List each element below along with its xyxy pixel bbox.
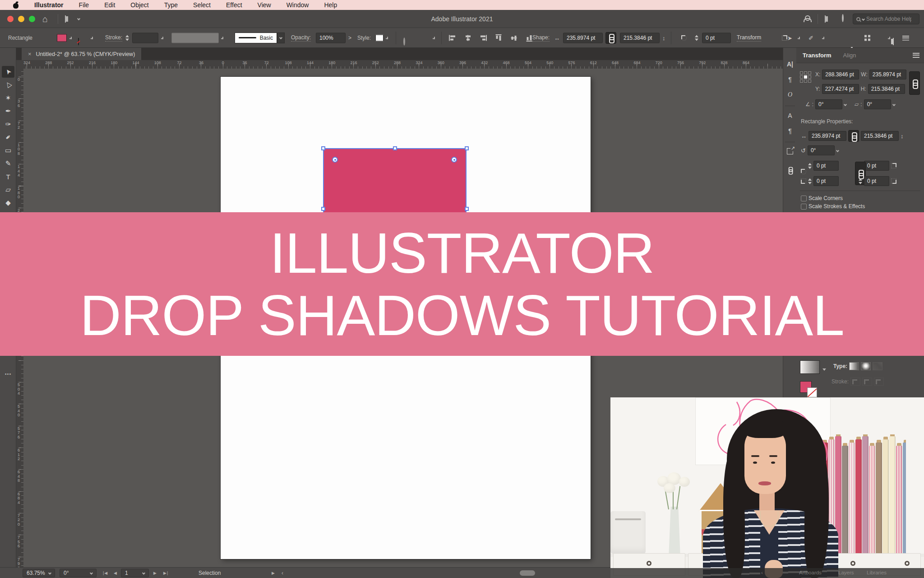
type-tool[interactable]: T: [2, 171, 14, 182]
pen-tool[interactable]: ✒: [2, 105, 14, 117]
selection-handle-middle-right[interactable]: [465, 207, 469, 211]
brush-definition-dropdown[interactable]: Basic: [235, 33, 277, 43]
rp-angle-dropdown[interactable]: 0°: [808, 145, 835, 155]
profile-chevron-icon[interactable]: [221, 37, 223, 39]
status-back-icon[interactable]: ‹: [282, 570, 284, 576]
help-search-box[interactable]: [853, 14, 919, 24]
y-field[interactable]: 227.4274 pt: [822, 84, 859, 94]
menu-item-view[interactable]: View: [258, 1, 271, 9]
character-styles-panel-icon[interactable]: A: [783, 112, 797, 119]
workspace-grid-icon[interactable]: [864, 35, 870, 41]
panel-tab-layers[interactable]: Layers: [838, 570, 854, 575]
rotate-angle-dropdown[interactable]: 0°: [815, 99, 842, 109]
opacity-label[interactable]: Opacity:: [291, 34, 311, 42]
stroke-weight-label[interactable]: Stroke:: [105, 34, 122, 42]
shear-tool[interactable]: ▱: [2, 184, 14, 196]
live-corner-widget-right[interactable]: [451, 157, 457, 163]
corner-radius-field[interactable]: 0 pt: [702, 33, 731, 43]
stepper[interactable]: [808, 163, 812, 169]
panel-menu-icon[interactable]: [913, 53, 919, 58]
paintbrush-tool[interactable]: ✎: [2, 158, 14, 169]
add-anchor-point-tool[interactable]: ✑: [2, 118, 14, 130]
align-right-icon[interactable]: [480, 35, 487, 41]
freeform-gradient-button[interactable]: [873, 362, 882, 370]
isolate-selection-icon[interactable]: [782, 35, 787, 41]
menu-item-help[interactable]: Help: [324, 1, 337, 9]
lightbulb-icon[interactable]: [842, 14, 844, 22]
selection-handle-top-center[interactable]: [393, 146, 397, 150]
rp-height-field[interactable]: 215.3846 pt: [861, 131, 899, 141]
transform-link[interactable]: Transform: [737, 34, 761, 42]
direct-selection-tool[interactable]: ▷: [2, 79, 14, 91]
close-tab-icon[interactable]: ×: [28, 51, 32, 57]
curvature-tool[interactable]: ✒: [2, 131, 14, 143]
constrain-proportions-link-button[interactable]: [605, 32, 616, 44]
gradient-preview-swatch[interactable]: [800, 360, 820, 374]
previous-artboard-button[interactable]: ◀: [114, 571, 117, 575]
rotation-dropdown[interactable]: 0°: [60, 569, 97, 577]
tab-transform[interactable]: Transform: [803, 52, 832, 59]
corner-tl-field[interactable]: 0 pt: [813, 161, 839, 171]
selection-handle-top-right[interactable]: [465, 146, 469, 150]
corner-br-field[interactable]: 0 pt: [864, 176, 889, 186]
stepper[interactable]: [808, 178, 812, 184]
menu-item-effect[interactable]: Effect: [226, 1, 242, 9]
stroke-color-swatch[interactable]: [78, 38, 79, 45]
chevron-down-icon[interactable]: [892, 103, 896, 106]
corner-bl-field[interactable]: 0 pt: [813, 176, 839, 186]
fill-color-swatch[interactable]: [57, 34, 67, 42]
magic-wand-tool[interactable]: ✶: [2, 92, 14, 104]
stepper[interactable]: [859, 178, 862, 184]
linear-gradient-button[interactable]: [849, 362, 859, 370]
rp-link-button[interactable]: [848, 130, 859, 142]
control-bar-menu-icon[interactable]: [902, 35, 909, 40]
eraser-tool[interactable]: ◆: [2, 197, 14, 209]
radial-gradient-button[interactable]: [861, 362, 871, 370]
artboard-navigation-dropdown[interactable]: 1: [121, 569, 149, 577]
scale-strokes-checkbox[interactable]: [801, 204, 807, 210]
chevron-down-icon[interactable]: [844, 103, 847, 106]
constrain-wh-link-button[interactable]: [909, 71, 920, 95]
document-tab[interactable]: × Untitled-2* @ 63.75 % (CMYK/Preview): [22, 48, 141, 60]
style-chevron-icon[interactable]: [386, 37, 388, 39]
stroke-chevron-icon[interactable]: [91, 37, 93, 39]
chevron-down-icon[interactable]: [836, 149, 839, 152]
opacity-field[interactable]: 100%: [316, 33, 346, 43]
paragraph-panel-icon[interactable]: ¶: [783, 76, 797, 83]
w-field[interactable]: 235.8974 pt: [869, 70, 906, 79]
menu-item-edit[interactable]: Edit: [104, 1, 115, 9]
style-swatch[interactable]: [375, 34, 383, 41]
align-v-center-icon[interactable]: [511, 34, 517, 42]
stroke-proxy-swatch[interactable]: [807, 387, 817, 397]
reference-point-locator[interactable]: [800, 71, 811, 83]
document-setup-globe-icon[interactable]: [403, 37, 405, 46]
dock-chevron-icon[interactable]: [888, 37, 890, 39]
character-panel-icon[interactable]: A|: [783, 61, 797, 68]
opentype-panel-icon[interactable]: O: [783, 91, 797, 98]
variable-width-profile-dropdown[interactable]: [171, 33, 219, 43]
gradient-caret-icon[interactable]: [822, 368, 826, 373]
horizontal-ruler[interactable]: 3242882522161801441087236036721081441802…: [23, 60, 783, 69]
corner-radius-stepper[interactable]: [695, 35, 698, 41]
select-similar-chevron-icon[interactable]: [798, 37, 800, 39]
menu-item-select[interactable]: Select: [193, 1, 211, 9]
selection-tool[interactable]: ➤: [2, 66, 14, 78]
align-top-icon[interactable]: [496, 34, 502, 42]
shape-mode-icon[interactable]: ✐: [808, 34, 813, 41]
panel-tab-libraries[interactable]: Libraries: [867, 570, 887, 575]
shape-width-field[interactable]: 235.8974 pt: [563, 33, 603, 43]
more-tools-button[interactable]: •••: [0, 371, 16, 377]
selection-handle-middle-left[interactable]: [321, 207, 325, 211]
adobe-help-search-input[interactable]: [866, 16, 911, 22]
status-play-icon[interactable]: ▶: [272, 571, 275, 575]
panel-tab-artboards[interactable]: Artboards: [799, 570, 822, 575]
stroke-weight-chevron-icon[interactable]: [161, 37, 163, 39]
rectangle-tool[interactable]: ▭: [2, 144, 14, 156]
last-artboard-button[interactable]: ▶|: [163, 571, 168, 575]
apple-logo-icon[interactable]: [13, 1, 19, 9]
live-corner-widget-left[interactable]: [332, 157, 338, 163]
menu-item-window[interactable]: Window: [286, 1, 309, 9]
align-bottom-icon[interactable]: [527, 34, 532, 42]
align-h-center-icon[interactable]: [464, 35, 471, 41]
shear-angle-dropdown[interactable]: 0°: [864, 99, 891, 109]
